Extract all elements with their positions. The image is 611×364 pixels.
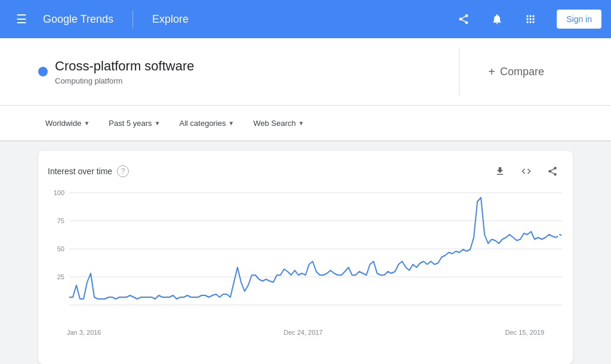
category-filter-arrow: ▼	[229, 120, 234, 127]
chart-title-area: Interest over time ?	[48, 165, 129, 177]
filter-bar: Worldwide ▼ Past 5 years ▼ All categorie…	[0, 106, 611, 141]
location-filter-label: Worldwide	[45, 119, 81, 128]
logo-divider	[132, 10, 133, 28]
time-filter-label: Past 5 years	[109, 119, 152, 128]
search-type-filter-arrow: ▼	[298, 120, 304, 127]
category-filter-label: All categories	[180, 119, 226, 128]
location-filter-arrow: ▼	[84, 120, 90, 127]
trend-line-dotted	[556, 235, 562, 237]
location-filter-button[interactable]: Worldwide ▼	[38, 114, 97, 132]
search-type-filter-label: Web Search	[253, 119, 295, 128]
compare-box[interactable]: + Compare	[459, 65, 573, 79]
help-icon[interactable]: ?	[117, 165, 129, 177]
share-button[interactable]	[452, 7, 476, 31]
x-label-end: Dec 15, 2019	[505, 329, 544, 336]
svg-text:100: 100	[54, 189, 64, 196]
alerts-button[interactable]	[485, 7, 509, 31]
download-chart-button[interactable]	[489, 161, 511, 182]
embed-icon	[521, 166, 532, 177]
svg-text:25: 25	[57, 273, 64, 280]
chart-title: Interest over time	[48, 166, 112, 176]
time-filter-arrow: ▼	[155, 120, 161, 127]
time-filter-button[interactable]: Past 5 years ▼	[101, 114, 167, 132]
logo-area: Google Trends	[43, 13, 113, 26]
compare-label: Compare	[500, 66, 544, 78]
share-icon	[458, 13, 470, 25]
apps-icon	[524, 13, 536, 25]
trend-line	[69, 198, 556, 299]
add-compare-icon: +	[488, 65, 495, 79]
hamburger-menu-button[interactable]: ☰	[10, 7, 33, 31]
chart-actions	[489, 161, 563, 182]
search-area: Cross-platform software Computing platfo…	[0, 38, 611, 106]
chart-header: Interest over time ?	[38, 161, 573, 187]
term-text-area: Cross-platform software Computing platfo…	[55, 58, 195, 85]
search-term-title: Cross-platform software	[55, 58, 195, 74]
svg-text:50: 50	[57, 245, 64, 252]
chart-svg-container: 100 75 50 25	[38, 187, 573, 326]
x-label-mid: Dec 24, 2017	[283, 329, 322, 336]
explore-label: Explore	[152, 13, 189, 26]
sign-in-button[interactable]: Sign in	[557, 10, 601, 29]
interest-chart-svg: 100 75 50 25	[43, 187, 568, 324]
share-chart-icon	[547, 166, 558, 177]
search-term-box: Cross-platform software Computing platfo…	[38, 48, 459, 95]
x-label-start: Jan 3, 2016	[67, 329, 101, 336]
download-icon	[495, 166, 505, 177]
app-header: ☰ Google Trends Explore Sign in	[0, 0, 611, 38]
search-term-subtitle: Computing platform	[55, 76, 195, 85]
term-indicator-dot	[38, 67, 48, 76]
svg-text:75: 75	[57, 217, 64, 224]
alert-icon	[491, 13, 503, 25]
x-axis-labels: Jan 3, 2016 Dec 24, 2017 Dec 15, 2019	[38, 326, 573, 336]
apps-button[interactable]	[519, 7, 542, 31]
main-content: Interest over time ?	[0, 141, 611, 364]
category-filter-button[interactable]: All categories ▼	[172, 114, 242, 132]
google-trends-logo: Google Trends	[43, 13, 113, 26]
embed-chart-button[interactable]	[516, 161, 537, 182]
share-chart-button[interactable]	[542, 161, 563, 182]
hamburger-icon: ☰	[16, 12, 27, 26]
interest-over-time-card: Interest over time ?	[38, 151, 573, 364]
search-type-filter-button[interactable]: Web Search ▼	[246, 114, 311, 132]
